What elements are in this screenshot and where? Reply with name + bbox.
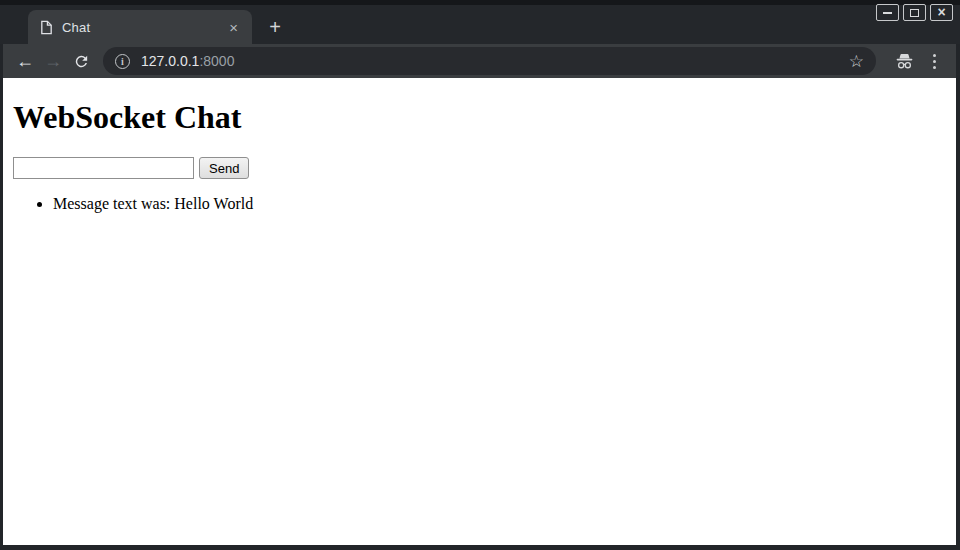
minimize-button[interactable] bbox=[876, 4, 899, 21]
page-content: WebSocket Chat Send Message text was: He… bbox=[3, 78, 956, 545]
message-input[interactable] bbox=[13, 157, 194, 179]
address-bar[interactable]: i 127.0.0.1:8000 ☆ bbox=[103, 47, 876, 75]
message-list: Message text was: Hello World bbox=[13, 195, 946, 214]
list-item-message: Message text was: Hello World bbox=[53, 195, 946, 214]
tab-title: Chat bbox=[62, 20, 225, 35]
url-host: 127.0.0.1 bbox=[141, 53, 199, 69]
page-favicon-icon bbox=[40, 20, 53, 35]
maximize-button[interactable] bbox=[903, 4, 926, 21]
browser-tab-chat[interactable]: Chat × bbox=[28, 10, 252, 44]
tab-close-icon[interactable]: × bbox=[225, 18, 242, 37]
back-icon[interactable]: ← bbox=[11, 47, 39, 75]
minimize-icon bbox=[883, 12, 892, 14]
window-controls: × bbox=[876, 4, 953, 21]
url-text: 127.0.0.1:8000 bbox=[141, 53, 234, 69]
new-tab-button[interactable]: + bbox=[262, 14, 288, 40]
send-button[interactable]: Send bbox=[199, 157, 249, 179]
url-port: :8000 bbox=[199, 53, 234, 69]
chat-form: Send bbox=[13, 157, 946, 179]
reload-icon[interactable] bbox=[67, 47, 95, 75]
close-window-button[interactable]: × bbox=[930, 4, 953, 21]
titlebar: × Chat × + bbox=[0, 0, 960, 44]
maximize-icon bbox=[910, 9, 919, 17]
bookmark-star-icon[interactable]: ☆ bbox=[847, 53, 866, 70]
window-top-edge bbox=[0, 0, 960, 5]
page-title: WebSocket Chat bbox=[13, 99, 946, 136]
forward-icon: → bbox=[39, 47, 67, 75]
site-info-icon[interactable]: i bbox=[115, 54, 130, 69]
close-icon: × bbox=[937, 5, 945, 19]
browser-menu-icon[interactable] bbox=[925, 48, 948, 75]
browser-window: × Chat × + ← → i 127.0.0.1:8000 ☆ bbox=[0, 0, 960, 550]
incognito-icon bbox=[894, 52, 915, 70]
browser-toolbar: ← → i 127.0.0.1:8000 ☆ bbox=[3, 44, 956, 78]
